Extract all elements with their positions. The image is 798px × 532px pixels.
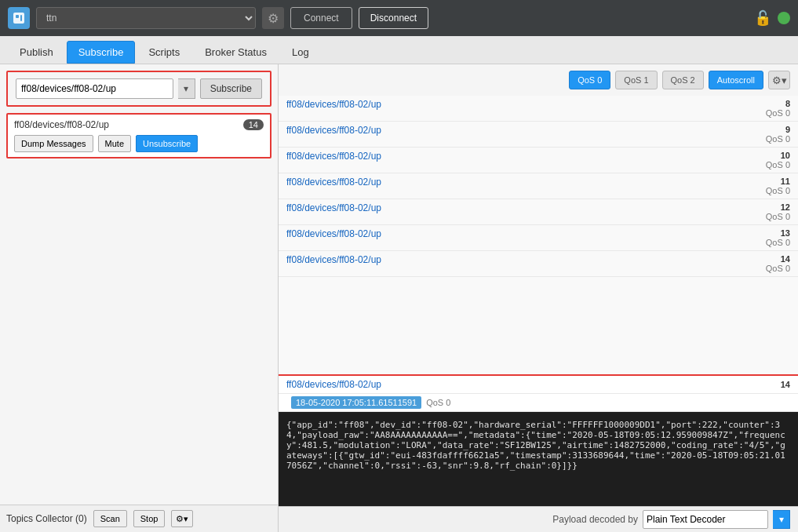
table-row[interactable]: ff08/devices/ff08-02/up 8 QoS 0 — [279, 96, 798, 122]
message-num: 13 — [743, 228, 790, 238]
message-qos: QoS 0 — [743, 238, 790, 247]
detail-meta-group: 14 — [743, 380, 790, 389]
message-topic: ff08/devices/ff08-02/up — [286, 151, 381, 162]
dump-messages-button[interactable]: Dump Messages — [14, 135, 93, 152]
message-num: 14 — [743, 254, 790, 264]
disconnect-button[interactable]: Disconnect — [359, 7, 428, 29]
stop-button[interactable]: Stop — [133, 510, 166, 527]
topics-collector-label: Topics Collector (0) — [6, 513, 87, 524]
message-num: 12 — [743, 202, 790, 212]
message-controls: QoS 0 QoS 1 QoS 2 Autoscroll ⚙▾ — [279, 64, 798, 96]
tab-subscribe[interactable]: Subscribe — [67, 41, 136, 64]
svg-rect-1 — [16, 15, 19, 18]
message-num: 8 — [743, 99, 790, 108]
detail-topic: ff08/devices/ff08-02/up — [286, 379, 381, 390]
topic-item-name: ff08/devices/ff08-02/up — [14, 119, 109, 130]
message-topic: ff08/devices/ff08-02/up — [286, 125, 381, 136]
qos2-button[interactable]: QoS 2 — [662, 71, 704, 89]
message-topic: ff08/devices/ff08-02/up — [286, 99, 381, 110]
connect-button[interactable]: Connect — [290, 7, 352, 29]
svg-rect-0 — [13, 13, 24, 24]
detail-timestamp-row: 18-05-2020 17:05:11.61511591 QoS 0 — [279, 394, 798, 412]
message-meta: 13 QoS 0 — [743, 228, 790, 247]
message-num: 9 — [743, 125, 790, 134]
table-row[interactable]: ff08/devices/ff08-02/up 10 QoS 0 — [279, 148, 798, 173]
topic-item-actions: Dump Messages Mute Unsubscribe — [14, 135, 264, 152]
topic-item-header: ff08/devices/ff08-02/up 14 — [14, 119, 264, 130]
tab-scripts[interactable]: Scripts — [137, 41, 191, 64]
message-qos: QoS 0 — [743, 160, 790, 169]
message-topic: ff08/devices/ff08-02/up — [286, 202, 381, 213]
tab-broker-status[interactable]: Broker Status — [193, 41, 279, 64]
tab-log[interactable]: Log — [280, 41, 321, 64]
right-panel: QoS 0 QoS 1 QoS 2 Autoscroll ⚙▾ ff08/dev… — [279, 64, 798, 532]
svg-rect-2 — [20, 15, 22, 21]
message-meta: 11 QoS 0 — [743, 177, 790, 195]
app-logo — [8, 7, 30, 29]
message-meta: 9 QoS 0 — [743, 125, 790, 144]
table-row[interactable]: ff08/devices/ff08-02/up 11 QoS 0 — [279, 173, 798, 199]
scan-button[interactable]: Scan — [93, 510, 127, 527]
qos1-button[interactable]: QoS 1 — [615, 71, 657, 89]
payload-decoded-label: Payload decoded by — [552, 514, 638, 525]
decoder-dropdown-arrow[interactable]: ▾ — [773, 510, 790, 529]
topic-input[interactable] — [16, 78, 173, 99]
decoder-input[interactable] — [643, 510, 768, 529]
title-bar: ttn ⚙ Connect Disconnect 🔓 — [0, 0, 798, 36]
table-row[interactable]: ff08/devices/ff08-02/up 12 QoS 0 — [279, 199, 798, 225]
detail-qos: QoS 0 — [426, 398, 450, 407]
broker-select[interactable]: ttn — [36, 7, 256, 29]
message-topic: ff08/devices/ff08-02/up — [286, 228, 381, 239]
message-meta: 14 QoS 0 — [743, 254, 790, 273]
message-topic: ff08/devices/ff08-02/up — [286, 177, 381, 188]
collector-settings-button[interactable]: ⚙▾ — [171, 510, 193, 527]
lock-icon: 🔓 — [754, 9, 771, 27]
message-footer: Payload decoded by ▾ — [279, 506, 798, 532]
table-row[interactable]: ff08/devices/ff08-02/up 13 QoS 0 — [279, 225, 798, 251]
tab-bar: Publish Subscribe Scripts Broker Status … — [0, 36, 798, 64]
topic-count-badge: 14 — [243, 119, 264, 130]
message-qos: QoS 0 — [743, 108, 790, 118]
message-qos: QoS 0 — [743, 212, 790, 221]
table-row[interactable]: ff08/devices/ff08-02/up 14 QoS 0 — [279, 251, 798, 277]
message-meta: 12 QoS 0 — [743, 202, 790, 221]
topic-item: ff08/devices/ff08-02/up 14 Dump Messages… — [6, 113, 271, 159]
message-settings-button[interactable]: ⚙▾ — [768, 71, 790, 89]
message-payload: {"app_id":"ff08","dev_id":"ff08-02","har… — [279, 412, 798, 506]
message-num: 11 — [743, 177, 790, 186]
tab-publish[interactable]: Publish — [8, 41, 65, 64]
message-qos: QoS 0 — [743, 264, 790, 273]
subscribe-bar: ▾ Subscribe — [6, 71, 271, 107]
settings-icon[interactable]: ⚙ — [262, 7, 284, 29]
message-meta: 8 QoS 0 — [743, 99, 790, 118]
unsubscribe-button[interactable]: Unsubscribe — [136, 135, 198, 152]
left-panel: ▾ Subscribe ff08/devices/ff08-02/up 14 D… — [0, 64, 279, 532]
detail-num: 14 — [743, 380, 790, 389]
message-detail-header: ff08/devices/ff08-02/up 14 — [279, 376, 798, 394]
mute-button[interactable]: Mute — [98, 135, 131, 152]
qos0-button[interactable]: QoS 0 — [569, 71, 610, 89]
topics-collector: Topics Collector (0) Scan Stop ⚙▾ — [0, 505, 278, 532]
message-list[interactable]: ff08/devices/ff08-02/up 8 QoS 0 ff08/dev… — [279, 96, 798, 374]
table-row[interactable]: ff08/devices/ff08-02/up 9 QoS 0 — [279, 122, 798, 148]
message-qos: QoS 0 — [743, 134, 790, 144]
detail-timestamp: 18-05-2020 17:05:11.61511591 — [291, 396, 421, 409]
body-split: ▾ Subscribe ff08/devices/ff08-02/up 14 D… — [0, 64, 798, 532]
subscribe-button[interactable]: Subscribe — [200, 78, 262, 99]
autoscroll-button[interactable]: Autoscroll — [709, 71, 763, 89]
message-qos: QoS 0 — [743, 186, 790, 195]
message-meta: 10 QoS 0 — [743, 151, 790, 169]
topic-dropdown-arrow[interactable]: ▾ — [178, 78, 195, 99]
main-area: Publish Subscribe Scripts Broker Status … — [0, 36, 798, 532]
message-detail: ff08/devices/ff08-02/up 14 18-05-2020 17… — [279, 374, 798, 506]
message-topic: ff08/devices/ff08-02/up — [286, 254, 381, 265]
message-num: 10 — [743, 151, 790, 160]
connection-status-dot — [778, 12, 790, 24]
